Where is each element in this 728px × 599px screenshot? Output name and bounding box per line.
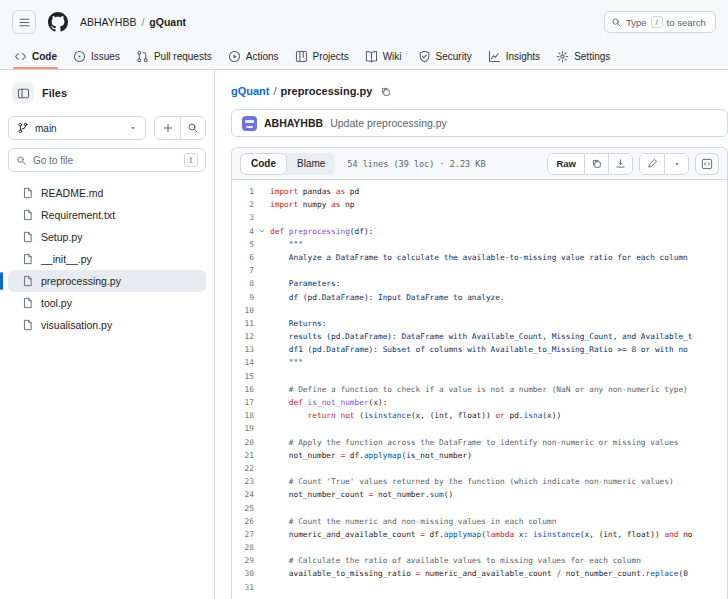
line-number[interactable]: 30 xyxy=(232,567,254,580)
nav-tab-actions[interactable]: Actions xyxy=(220,44,287,69)
fold-gutter xyxy=(254,370,270,383)
nav-tab-projects[interactable]: Projects xyxy=(287,44,357,69)
line-number[interactable]: 16 xyxy=(232,383,254,396)
play-icon xyxy=(228,50,241,63)
code-line: 12 results (pd.DataFrame): DataFrame wit… xyxy=(232,330,727,343)
nav-tab-issues[interactable]: Issues xyxy=(65,44,128,69)
nav-tab-security[interactable]: Security xyxy=(410,44,480,69)
breadcrumb-separator: / xyxy=(274,85,277,97)
code-editor[interactable]: 1import pandas as pd2import numpy as np3… xyxy=(232,180,727,599)
nav-tab-wiki[interactable]: Wiki xyxy=(357,44,410,69)
side-panel-icon xyxy=(17,87,30,100)
code-line-text xyxy=(270,304,727,317)
code-line: 13 df1 (pd.DataFrame): Subset of columns… xyxy=(232,343,727,356)
line-number[interactable]: 26 xyxy=(232,515,254,528)
collapse-sidebar-button[interactable] xyxy=(12,82,34,104)
code-line: 26 # Count the numeric and non-missing v… xyxy=(232,515,727,528)
file-tree-item-visualisation.py[interactable]: visualisation.py xyxy=(8,314,206,336)
raw-button[interactable]: Raw xyxy=(548,154,584,174)
commit-author[interactable]: ABHAYHBB xyxy=(264,117,323,129)
line-number[interactable]: 7 xyxy=(232,264,254,277)
nav-tab-settings[interactable]: Settings xyxy=(548,44,618,69)
github-logo-icon[interactable] xyxy=(48,12,68,32)
latest-commit-bar[interactable]: ABHAYHBB Update preprocessing.py xyxy=(231,109,728,137)
fold-chevron-icon[interactable] xyxy=(254,225,270,238)
breadcrumb-owner[interactable]: ABHAYHBB xyxy=(80,16,136,28)
line-number[interactable]: 25 xyxy=(232,502,254,515)
line-number[interactable]: 12 xyxy=(232,330,254,343)
line-number[interactable]: 13 xyxy=(232,343,254,356)
line-number[interactable]: 22 xyxy=(232,462,254,475)
global-search-input[interactable]: Type / to search xyxy=(604,11,716,33)
file-tree-item-README.md[interactable]: README.md xyxy=(8,182,206,204)
copy-path-icon[interactable] xyxy=(380,86,391,97)
line-number[interactable]: 4 xyxy=(232,225,254,238)
code-line: 2import numpy as np xyxy=(232,198,727,211)
code-line-text: """ xyxy=(270,238,727,251)
line-number[interactable]: 19 xyxy=(232,422,254,435)
fold-gutter xyxy=(254,317,270,330)
file-tree-item-Setup.py[interactable]: Setup.py xyxy=(8,226,206,248)
nav-tab-label: Wiki xyxy=(383,51,402,62)
code-line: 9 df (pd.DataFrame): Input DataFrame to … xyxy=(232,291,727,304)
nav-tab-insights[interactable]: Insights xyxy=(480,44,548,69)
file-name: preprocessing.py xyxy=(41,275,121,287)
line-number[interactable]: 21 xyxy=(232,449,254,462)
line-number[interactable]: 10 xyxy=(232,304,254,317)
fold-gutter xyxy=(254,502,270,515)
line-number[interactable]: 23 xyxy=(232,475,254,488)
fold-gutter xyxy=(254,396,270,409)
fold-gutter xyxy=(254,436,270,449)
line-number[interactable]: 6 xyxy=(232,251,254,264)
line-number[interactable]: 17 xyxy=(232,396,254,409)
nav-tab-code[interactable]: Code xyxy=(6,44,65,69)
line-number[interactable]: 28 xyxy=(232,541,254,554)
line-number[interactable]: 18 xyxy=(232,409,254,422)
nav-tab-pull-requests[interactable]: Pull requests xyxy=(128,44,220,69)
copy-file-button[interactable] xyxy=(584,154,608,174)
code-line: 30 available_to_missing_ratio = numeric_… xyxy=(232,567,727,580)
new-file-button[interactable] xyxy=(155,117,180,139)
tab-blame[interactable]: Blame xyxy=(287,153,335,175)
fold-gutter xyxy=(254,554,270,567)
line-number[interactable]: 15 xyxy=(232,370,254,383)
download-button[interactable] xyxy=(608,154,632,174)
line-number[interactable]: 31 xyxy=(232,581,254,594)
edit-dropdown-button[interactable] xyxy=(664,154,688,174)
code-line-text: import numpy as np xyxy=(270,198,727,211)
line-number[interactable]: 11 xyxy=(232,317,254,330)
symbols-icon xyxy=(701,158,713,170)
breadcrumb-repo-link[interactable]: gQuant xyxy=(231,85,270,97)
line-number[interactable]: 9 xyxy=(232,291,254,304)
file-icon xyxy=(22,209,34,221)
avatar[interactable] xyxy=(242,116,257,131)
line-number[interactable]: 8 xyxy=(232,277,254,290)
line-number[interactable]: 20 xyxy=(232,436,254,449)
branch-selector[interactable]: main xyxy=(8,116,146,140)
line-number[interactable]: 5 xyxy=(232,238,254,251)
search-files-button[interactable] xyxy=(180,117,205,139)
code-line: 31 xyxy=(232,581,727,594)
line-number[interactable]: 14 xyxy=(232,356,254,369)
symbols-panel-button[interactable] xyxy=(695,153,719,175)
code-line-text: not_number_count = not_number.sum() xyxy=(270,488,727,501)
hamburger-menu-button[interactable] xyxy=(12,10,36,34)
breadcrumb-repo[interactable]: gQuant xyxy=(149,16,186,28)
file-tree-item-preprocessing.py[interactable]: preprocessing.py xyxy=(8,270,206,292)
line-number[interactable]: 27 xyxy=(232,528,254,541)
file-tree-item-tool.py[interactable]: tool.py xyxy=(8,292,206,314)
commit-message[interactable]: Update preprocessing.py xyxy=(330,117,447,129)
file-tree-item-Requirement.txt[interactable]: Requirement.txt xyxy=(8,204,206,226)
code-line: 8 Parameters: xyxy=(232,277,727,290)
line-number[interactable]: 24 xyxy=(232,488,254,501)
code-line-text: # Count 'True' values returned by the fu… xyxy=(270,475,727,488)
line-number[interactable]: 3 xyxy=(232,211,254,224)
line-number[interactable]: 2 xyxy=(232,198,254,211)
edit-file-button[interactable] xyxy=(640,154,664,174)
file-tree-item-__init__.py[interactable]: __init__.py xyxy=(8,248,206,270)
code-line-text: """ xyxy=(270,356,727,369)
go-to-file-input[interactable]: Go to file t xyxy=(8,148,206,172)
line-number[interactable]: 1 xyxy=(232,185,254,198)
line-number[interactable]: 29 xyxy=(232,554,254,567)
tab-code[interactable]: Code xyxy=(240,153,287,175)
